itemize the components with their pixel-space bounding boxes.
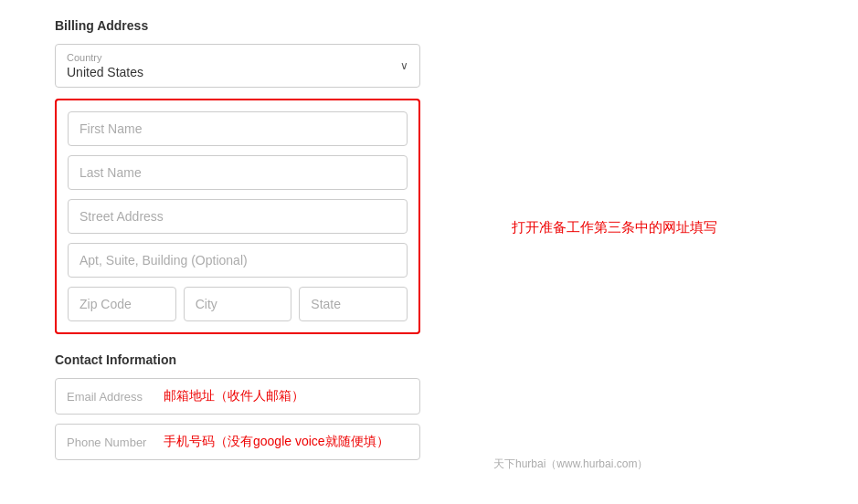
email-label: Email Address [67, 390, 149, 404]
phone-label: Phone Number [67, 436, 149, 449]
billing-section-title: Billing Address [55, 18, 803, 33]
watermark: 天下hurbai（www.hurbai.com） [493, 457, 648, 472]
billing-form-box [55, 99, 420, 334]
email-annotation: 邮箱地址（收件人邮箱） [164, 388, 304, 404]
state-input[interactable] [299, 287, 408, 321]
country-label: Country [67, 52, 408, 63]
phone-annotation: 手机号码（没有google voice就随便填） [164, 434, 389, 450]
city-input[interactable] [184, 287, 292, 321]
zip-code-input[interactable] [68, 287, 176, 321]
contact-section-title: Contact Information [55, 352, 803, 367]
chevron-down-icon: ∨ [400, 59, 408, 72]
email-row: Email Address 邮箱地址（收件人邮箱） [55, 378, 420, 415]
apt-suite-input[interactable] [68, 243, 408, 278]
country-dropdown[interactable]: Country United States ∨ [55, 44, 420, 88]
side-annotation: 打开准备工作第三条中的网址填写 [512, 219, 717, 236]
contact-section: Contact Information Email Address 邮箱地址（收… [55, 352, 803, 460]
page-container: Billing Address Country United States ∨ … [55, 18, 803, 460]
last-name-input[interactable] [68, 155, 408, 190]
street-address-input[interactable] [68, 199, 408, 234]
phone-row: Phone Number 手机号码（没有google voice就随便填） [55, 424, 420, 460]
zip-city-state-row [68, 287, 408, 321]
country-value: United States [67, 65, 408, 79]
first-name-input[interactable] [68, 111, 408, 146]
